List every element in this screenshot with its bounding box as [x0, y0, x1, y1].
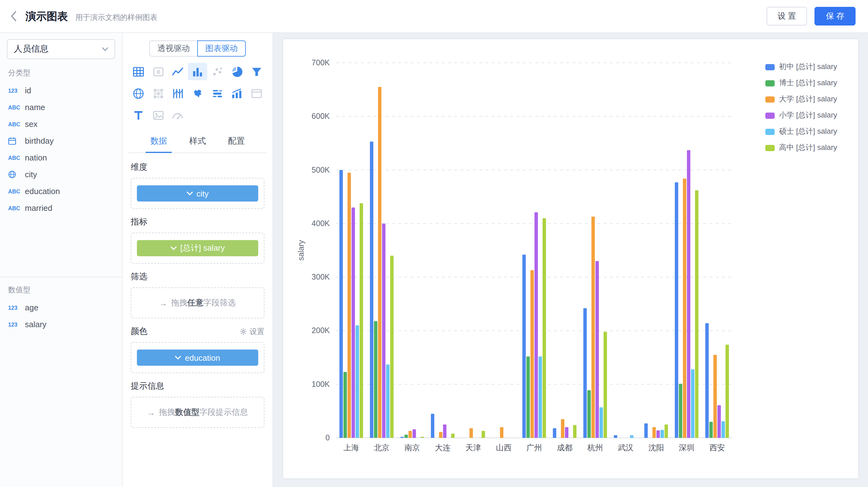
- chart-type-parallel-icon[interactable]: [168, 85, 188, 102]
- legend-item[interactable]: 初中 [总计] salary: [765, 62, 837, 72]
- back-button[interactable]: [10, 10, 17, 22]
- field-label: sex: [25, 120, 37, 129]
- chart-type-bar-icon[interactable]: [188, 63, 207, 80]
- bar: [370, 141, 373, 438]
- bar: [439, 432, 442, 438]
- bar: [408, 431, 412, 438]
- color-dropzone[interactable]: education: [131, 342, 265, 373]
- field-item-age[interactable]: 123age: [0, 299, 122, 316]
- tooltip-dropzone[interactable]: → 拖拽数值型字段提示信息: [131, 397, 265, 428]
- field-item-education[interactable]: ABCeducation: [0, 183, 122, 200]
- bar: [709, 422, 713, 438]
- bar-series: [339, 141, 709, 438]
- bar: [630, 435, 633, 438]
- bar: [482, 431, 485, 438]
- y-axis-title: salary: [297, 240, 305, 261]
- config-body: 维度 city 指标 [总计] salary: [128, 153, 267, 428]
- field-item-nation[interactable]: ABCnation: [0, 149, 122, 166]
- numeric-type-icon: 123: [8, 87, 25, 94]
- chart-card: 0100K200K300K400K500K600K700K上海北京南京大连天津山…: [283, 39, 858, 478]
- calendar-icon: [8, 137, 25, 145]
- legend-item[interactable]: 硕士 [总计] salary: [765, 126, 837, 137]
- svg-text:杭州: 杭州: [587, 443, 603, 452]
- field-label: education: [25, 187, 60, 196]
- app: 演示图表 用于演示文档的样例图表 设 置 保 存 人员信息 分类型123idAB…: [0, 0, 868, 487]
- legend-label: 博士 [总计] salary: [779, 78, 837, 88]
- bar: [534, 213, 538, 438]
- field-item-sex[interactable]: ABCsex: [0, 116, 122, 132]
- page-title: 演示图表: [26, 9, 68, 23]
- chevron-down-icon: [175, 356, 181, 359]
- bar: [347, 172, 351, 438]
- metric-label: 指标: [131, 217, 265, 228]
- dimension-label: 维度: [131, 162, 265, 173]
- chart-type-line-icon[interactable]: [168, 63, 188, 80]
- chart-type-pie-icon[interactable]: [227, 63, 247, 80]
- bar: [683, 178, 686, 438]
- field-item-salary[interactable]: 123salary: [0, 316, 122, 333]
- bar-series: [351, 150, 721, 438]
- bar: [421, 437, 424, 438]
- field-panel: 人员信息 分类型123idABCnameABCsexbirthdayABCnat…: [0, 33, 123, 487]
- filter-dropzone[interactable]: → 拖拽任意字段筛选: [131, 287, 265, 319]
- chart-type-grid: 8: [128, 63, 267, 124]
- color-settings-button[interactable]: 设置: [240, 326, 265, 337]
- config-tab-数据[interactable]: 数据: [140, 130, 178, 152]
- svg-text:武汉: 武汉: [618, 443, 633, 452]
- text-type-icon: ABC: [8, 205, 25, 211]
- field-item-birthday[interactable]: birthday: [0, 132, 122, 149]
- chart-type-combo-icon[interactable]: [227, 85, 247, 102]
- color-pill-education[interactable]: education: [137, 350, 258, 366]
- bar: [614, 435, 617, 438]
- legend-label: 大学 [总计] salary: [779, 94, 837, 104]
- x-axis: 上海北京南京大连天津山西广州成都杭州武汉沈阳深圳西安: [336, 438, 732, 452]
- mode-tab-1[interactable]: 图表驱动: [197, 40, 246, 57]
- config-tab-配置[interactable]: 配置: [217, 130, 256, 152]
- bar: [561, 419, 564, 438]
- chart-type-map-icon[interactable]: [188, 85, 207, 102]
- chart-type-table-icon[interactable]: [129, 63, 148, 80]
- svg-text:北京: 北京: [374, 443, 390, 452]
- bar: [691, 369, 694, 438]
- field-label: name: [25, 103, 45, 112]
- svg-text:600K: 600K: [312, 111, 330, 120]
- dataset-selector[interactable]: 人员信息: [7, 39, 115, 59]
- legend-item[interactable]: 小学 [总计] salary: [765, 110, 837, 121]
- legend-item[interactable]: 博士 [总计] salary: [765, 78, 837, 88]
- chart-type-scatter-icon: [208, 63, 227, 80]
- tooltip-placeholder: 拖拽数值型字段提示信息: [159, 407, 248, 418]
- dataset-name: 人员信息: [14, 43, 49, 55]
- chart-type-wordcloud-icon[interactable]: [208, 85, 227, 102]
- metric-pill-salary[interactable]: [总计] salary: [137, 240, 258, 256]
- settings-button[interactable]: 设 置: [767, 7, 807, 26]
- field-item-city[interactable]: city: [0, 166, 122, 183]
- bar: [431, 414, 434, 438]
- numeric-type-icon: 123: [8, 304, 25, 311]
- dimension-pill-city[interactable]: city: [137, 185, 258, 201]
- chart-type-text-icon[interactable]: [129, 106, 148, 124]
- legend-item[interactable]: 高中 [总计] salary: [765, 142, 837, 153]
- gear-icon: [240, 328, 247, 335]
- chart-type-funnel-icon[interactable]: [247, 63, 266, 80]
- bar: [705, 323, 709, 438]
- field-label: id: [25, 86, 31, 95]
- chart-type-heatmap-icon: [148, 85, 168, 102]
- chart-type-radar-icon[interactable]: [129, 85, 148, 102]
- pill-label: [总计] salary: [180, 242, 225, 254]
- gridlines: [336, 63, 732, 384]
- metric-dropzone[interactable]: [总计] salary: [131, 233, 265, 264]
- field-item-married[interactable]: ABCmarried: [0, 200, 122, 217]
- mode-tab-0[interactable]: 透视驱动: [149, 40, 197, 57]
- save-button[interactable]: 保 存: [815, 7, 856, 26]
- header-left: 演示图表 用于演示文档的样例图表: [10, 9, 157, 23]
- bar: [652, 427, 656, 438]
- legend-item[interactable]: 大学 [总计] salary: [765, 94, 837, 104]
- mode-tabs: 透视驱动图表驱动: [128, 40, 267, 57]
- config-tab-样式[interactable]: 样式: [178, 130, 217, 152]
- dimension-dropzone[interactable]: city: [131, 178, 265, 209]
- chevron-left-icon: [10, 10, 17, 22]
- field-item-name[interactable]: ABCname: [0, 99, 122, 116]
- svg-text:南京: 南京: [404, 443, 420, 452]
- field-item-id[interactable]: 123id: [0, 82, 122, 99]
- bar: [469, 428, 473, 438]
